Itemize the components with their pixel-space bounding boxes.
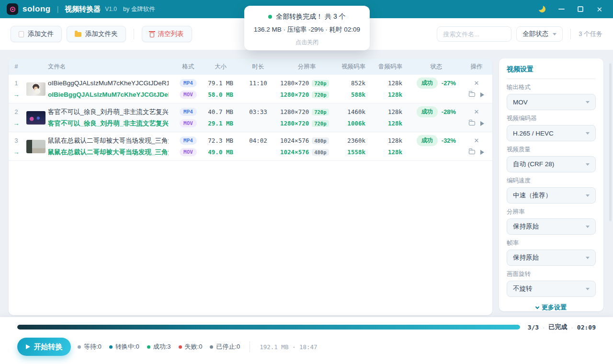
source-resolution: 1024×576 xyxy=(280,137,309,144)
play-output-icon[interactable] xyxy=(480,121,484,126)
video-thumbnail xyxy=(26,111,45,125)
output-format-badge: MOV xyxy=(180,91,197,99)
status-filter-select[interactable]: 全部状态 xyxy=(516,26,563,42)
legend-divider xyxy=(250,341,250,352)
status-dot-icon xyxy=(109,345,113,349)
encode-speed-select[interactable]: 中速（推荐） xyxy=(507,187,596,204)
add-folder-label: 添加文件夹 xyxy=(85,30,118,38)
source-resolution: 1280×720 xyxy=(280,80,309,87)
toast-dismiss-link[interactable]: 点击关闭 xyxy=(251,38,363,46)
video-quality-select[interactable]: 自动 (CRF 28) xyxy=(507,156,596,172)
open-folder-icon[interactable] xyxy=(469,150,475,154)
remove-task-icon[interactable] xyxy=(474,137,479,144)
legend-item: 失败:0 xyxy=(179,342,203,351)
main-content: # 文件名 格式 大小 时长 分辨率 视频码率 音频码率 状态 操作 1 → o… xyxy=(0,50,613,317)
legend-label: 失败:0 xyxy=(185,342,203,351)
chevron-down-icon xyxy=(586,226,590,228)
setting-label: 视频编码器 xyxy=(507,114,596,123)
settings-title: 视频设置 xyxy=(507,65,596,79)
toolbar-divider xyxy=(570,29,571,39)
chevron-down-icon xyxy=(586,132,590,135)
clear-list-button[interactable]: 清空列表 xyxy=(142,26,192,42)
search-input[interactable] xyxy=(437,26,511,42)
play-icon xyxy=(26,344,30,349)
table-row[interactable]: 2 → 客官不可以_徐良_刘丹萌_非主流文艺复兴.mp4 客官不可以_徐良_刘丹… xyxy=(9,103,492,132)
source-size: 72.3 MB xyxy=(203,136,238,145)
row-index: 3 xyxy=(15,136,18,145)
output-format-badge: MOV xyxy=(180,148,197,156)
legend-item: 转换中:0 xyxy=(109,342,139,351)
source-format-badge: MP4 xyxy=(180,108,197,116)
chevron-down-icon xyxy=(586,101,590,103)
play-output-icon[interactable] xyxy=(480,150,484,155)
chevron-down-icon xyxy=(586,257,590,259)
row-index: 2 xyxy=(15,108,18,116)
video-thumbnail xyxy=(26,82,45,96)
legend-label: 成功:3 xyxy=(153,342,171,351)
duration: 11:10 xyxy=(238,79,278,87)
toast-detail: 136.2 MB · 压缩率 -29% · 耗时 02:09 xyxy=(251,25,363,34)
source-resolution-tag: 480p xyxy=(312,137,329,144)
app-byline: by 金牌软件 xyxy=(123,5,155,13)
output-arrow-icon: → xyxy=(13,148,20,156)
rotation-select[interactable]: 不旋转 xyxy=(507,281,596,297)
close-button[interactable] xyxy=(596,6,602,13)
clear-list-label: 清空列表 xyxy=(158,30,184,38)
remove-task-icon[interactable] xyxy=(474,80,479,86)
column-header-index: # xyxy=(9,63,24,70)
column-header-resolution: 分辨率 xyxy=(278,63,335,71)
chevron-down-icon xyxy=(535,305,539,308)
minimize-button[interactable] xyxy=(558,9,565,10)
output-filename: 鼠鼠在总裁认二哥却被大哥当场发现_三角洲行动... xyxy=(48,148,169,156)
source-video-bitrate: 1460k xyxy=(335,108,374,116)
logo-ring-icon xyxy=(10,7,15,12)
source-filename: 客官不可以_徐良_刘丹萌_非主流文艺复兴.mp4 xyxy=(48,108,169,116)
scrollbar-thumb[interactable] xyxy=(609,63,612,221)
source-size: 40.7 MB xyxy=(203,108,238,116)
framerate-select[interactable]: 保持原始 xyxy=(507,250,596,266)
status-badge: 成功 xyxy=(417,135,438,146)
start-convert-button[interactable]: 开始转换 xyxy=(17,338,71,356)
play-output-icon[interactable] xyxy=(480,92,484,97)
status-badge: 成功 xyxy=(417,106,438,117)
app-name: solong xyxy=(23,4,51,14)
output-filename: oIBieBggQJALsIzMuM7cKheYJCGtJDeR1Ev... xyxy=(48,91,169,99)
table-row[interactable]: 1 → oIBieBggQJALsIzMuM7cKheYJCGtJDeR1E..… xyxy=(9,75,492,103)
maximize-button[interactable] xyxy=(578,6,583,12)
add-file-button[interactable]: 添加文件 xyxy=(11,26,62,42)
column-header-filename: 文件名 xyxy=(48,63,173,71)
app-logo-icon xyxy=(7,3,18,15)
status-dot-icon xyxy=(147,345,150,349)
app-title: 视频转换器 xyxy=(65,5,101,14)
table-header-row: # 文件名 格式 大小 时长 分辨率 视频码率 音频码率 状态 操作 xyxy=(9,58,492,75)
source-audio-bitrate: 128k xyxy=(374,108,412,116)
legend-label: 已停止:0 xyxy=(216,342,240,351)
video-encoder-select[interactable]: H.265 / HEVC xyxy=(507,125,596,141)
add-folder-button[interactable]: 添加文件夹 xyxy=(67,26,126,42)
output-audio-bitrate: 128k xyxy=(374,91,412,99)
remove-task-icon[interactable] xyxy=(474,109,479,115)
more-settings-link[interactable]: 更多设置 xyxy=(507,303,596,312)
app-version: V1.0 xyxy=(105,6,117,12)
output-size: 49.0 MB xyxy=(203,148,238,156)
open-folder-icon[interactable] xyxy=(469,121,475,125)
output-format-select[interactable]: MOV xyxy=(507,94,596,110)
output-audio-bitrate: 128k xyxy=(374,119,412,127)
legend-item: 成功:3 xyxy=(147,342,171,351)
open-folder-icon[interactable] xyxy=(469,92,475,97)
status-badge: 成功 xyxy=(417,78,438,89)
resolution-select[interactable]: 保持原始 xyxy=(507,218,596,235)
start-convert-label: 开始转换 xyxy=(34,342,63,352)
video-settings-panel: 视频设置 输出格式 MOV 视频编码器 H.265 / HEVC 视频质量 自动… xyxy=(499,58,603,311)
legend-label: 等待:0 xyxy=(84,342,102,351)
source-format-badge: MP4 xyxy=(180,79,197,87)
table-row[interactable]: 3 → 鼠鼠在总裁认二哥却被大哥当场发现_三角洲... 鼠鼠在总裁认二哥却被大哥… xyxy=(9,132,492,161)
theme-toggle-moon-icon[interactable] xyxy=(539,6,545,12)
duration: 03:33 xyxy=(238,108,278,116)
column-header-video-bitrate: 视频码率 xyxy=(335,63,374,71)
source-filename: 鼠鼠在总裁认二哥却被大哥当场发现_三角洲... xyxy=(48,136,169,145)
status-dot-icon xyxy=(179,345,182,349)
status-legend: 等待:0 转换中:0 成功:3 失败:0 已停止:0 xyxy=(78,342,240,351)
column-header-size: 大小 xyxy=(203,63,238,71)
legend-item: 等待:0 xyxy=(78,342,102,351)
